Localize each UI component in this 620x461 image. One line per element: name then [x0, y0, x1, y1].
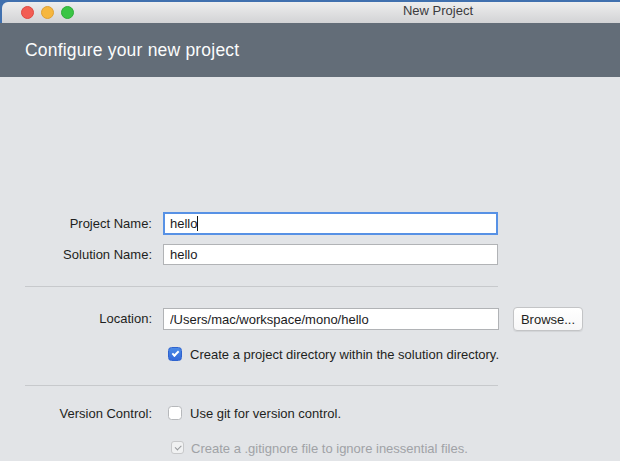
- browse-button[interactable]: Browse...: [513, 307, 583, 331]
- project-name-input[interactable]: [163, 212, 498, 235]
- use-git-checkbox[interactable]: [168, 406, 182, 420]
- create-project-directory-checkbox[interactable]: [168, 347, 182, 361]
- dialog-header-title: Configure your new project: [0, 40, 239, 61]
- divider: [25, 286, 498, 287]
- close-button[interactable]: [21, 6, 34, 19]
- use-git-label[interactable]: Use git for version control.: [190, 406, 341, 422]
- window-title: New Project: [403, 3, 473, 19]
- location-label: Location:: [0, 310, 152, 327]
- create-project-directory-label[interactable]: Create a project directory within the so…: [190, 347, 499, 363]
- new-project-window: New Project Configure your new project P…: [0, 0, 620, 461]
- checkmark-icon: [171, 349, 179, 357]
- version-control-label: Version Control:: [0, 405, 152, 422]
- divider: [25, 385, 498, 386]
- solution-name-label: Solution Name:: [0, 246, 152, 263]
- gitignore-checkbox: [171, 441, 184, 454]
- location-input[interactable]: [163, 308, 499, 330]
- text-caret: [197, 216, 198, 231]
- titlebar: [2, 2, 620, 23]
- minimize-button[interactable]: [41, 6, 54, 19]
- dialog-header: Configure your new project: [0, 23, 620, 77]
- zoom-button[interactable]: [61, 6, 74, 19]
- gitignore-label: Create a .gitignore file to ignore iness…: [191, 441, 468, 457]
- solution-name-input[interactable]: [163, 244, 498, 265]
- checkmark-icon: [174, 443, 181, 450]
- project-name-label: Project Name:: [0, 215, 152, 232]
